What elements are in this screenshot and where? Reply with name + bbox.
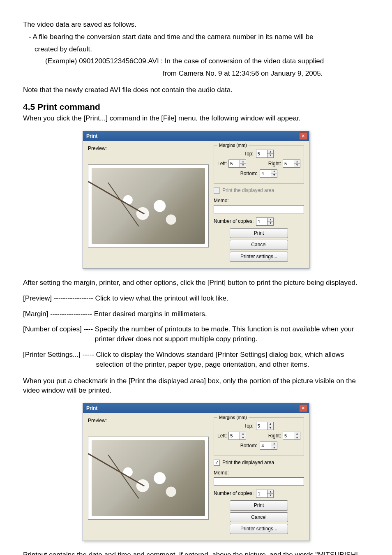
margins-legend: Margins (mm) bbox=[217, 142, 249, 148]
dialog-title: Print bbox=[86, 405, 97, 412]
intro-line-5: from Camera No. 9 at 12:34:56 on January… bbox=[23, 69, 369, 79]
dialog-title: Print bbox=[86, 133, 97, 140]
left-input[interactable] bbox=[228, 160, 240, 168]
bottom-spinner[interactable]: ▲▼ bbox=[271, 442, 277, 450]
outro-para: Printout contains the date and time and … bbox=[23, 550, 369, 555]
def-margin-body: Enter desired margins in millimeters. bbox=[94, 309, 369, 319]
titlebar: Print × bbox=[83, 131, 309, 141]
after-dialog-para: After setting the margin, printer, and o… bbox=[23, 278, 369, 288]
intro-line-3: created by default. bbox=[23, 44, 369, 54]
print-button[interactable]: Print bbox=[230, 500, 288, 511]
preview-area[interactable] bbox=[88, 437, 209, 520]
left-spinner[interactable]: ▲▼ bbox=[240, 160, 246, 168]
left-label: Left: bbox=[217, 160, 227, 167]
close-icon[interactable]: × bbox=[299, 405, 307, 412]
print-dialog: Print × Preview: Margins (mm) Top: ▲▼ bbox=[83, 131, 309, 269]
left-spinner[interactable]: ▲▼ bbox=[240, 432, 246, 440]
print-button[interactable]: Print bbox=[230, 228, 288, 238]
copies-label: Number of copies: bbox=[214, 218, 254, 225]
intro-line-1: The video data are saved as follows. bbox=[23, 20, 369, 30]
left-label: Left: bbox=[217, 432, 227, 439]
def-margin-label: [Margin] ------------------ bbox=[23, 309, 94, 319]
def-psettings-label: [Printer Settings...] ----- bbox=[23, 350, 96, 370]
bottom-label: Bottom: bbox=[240, 170, 257, 177]
print-area-checkbox[interactable]: ✓ bbox=[214, 460, 220, 466]
printer-settings-button[interactable]: Printer settings... bbox=[230, 252, 288, 262]
def-preview-label: [Preview] ----------------- bbox=[23, 294, 95, 303]
bottom-input[interactable] bbox=[260, 169, 271, 178]
top-input[interactable] bbox=[256, 422, 267, 430]
close-icon[interactable]: × bbox=[299, 132, 307, 140]
left-input[interactable] bbox=[228, 432, 240, 440]
top-label: Top: bbox=[244, 423, 254, 430]
memo-input[interactable] bbox=[214, 477, 304, 486]
def-psettings-body: Click to display the Windows standard [P… bbox=[96, 350, 369, 370]
right-input[interactable] bbox=[283, 160, 294, 168]
intro-line-4: (Example) 09012005123456C09.AVI : In the… bbox=[23, 56, 369, 66]
printer-settings-button[interactable]: Printer settings... bbox=[230, 524, 288, 534]
section-heading: 4.5 Print command bbox=[23, 101, 369, 113]
right-label: Right: bbox=[268, 160, 281, 167]
print-dialog-checked: Print × Preview: Margins (mm) Top: ▲▼ bbox=[83, 403, 309, 541]
top-input[interactable] bbox=[256, 150, 267, 158]
top-label: Top: bbox=[244, 150, 254, 157]
print-area-label: Print the displayed area bbox=[222, 187, 274, 194]
cancel-button[interactable]: Cancel bbox=[230, 512, 288, 523]
memo-input[interactable] bbox=[214, 205, 304, 213]
top-spinner[interactable]: ▲▼ bbox=[267, 150, 274, 158]
copies-spinner[interactable]: ▲▼ bbox=[267, 217, 274, 226]
bottom-label: Bottom: bbox=[240, 442, 257, 449]
memo-label: Memo: bbox=[214, 469, 304, 476]
right-input[interactable] bbox=[283, 432, 294, 440]
intro-line-2: - A file bearing the conversion start da… bbox=[23, 32, 369, 42]
top-spinner[interactable]: ▲▼ bbox=[267, 422, 274, 430]
memo-label: Memo: bbox=[214, 197, 304, 204]
def-preview-body: Click to view what the printout will loo… bbox=[95, 294, 369, 303]
check-para: When you put a checkmark in the [Print t… bbox=[23, 376, 369, 396]
right-label: Right: bbox=[268, 432, 281, 439]
margins-group: Margins (mm) Top: ▲▼ Left: ▲▼ Right: ▲▼ bbox=[214, 417, 304, 456]
def-copies-label: [Number of copies] ---- bbox=[23, 324, 95, 344]
def-copies-body: Specify the number of printouts to be ma… bbox=[95, 324, 369, 344]
bottom-spinner[interactable]: ▲▼ bbox=[271, 169, 277, 178]
section-lead: When you click the [Print...] command in… bbox=[23, 113, 369, 123]
copies-input[interactable] bbox=[256, 490, 267, 498]
copies-input[interactable] bbox=[256, 217, 267, 226]
margins-legend: Margins (mm) bbox=[217, 414, 249, 421]
bottom-input[interactable] bbox=[260, 442, 271, 450]
titlebar: Print × bbox=[83, 403, 309, 413]
preview-area[interactable] bbox=[88, 164, 209, 247]
cancel-button[interactable]: Cancel bbox=[230, 240, 288, 250]
copies-label: Number of copies: bbox=[214, 490, 254, 497]
print-area-checkbox bbox=[214, 187, 220, 194]
intro-line-6: Note that the newly created AVI file doe… bbox=[23, 85, 369, 95]
preview-label: Preview: bbox=[88, 417, 208, 424]
copies-spinner[interactable]: ▲▼ bbox=[267, 490, 274, 498]
right-spinner[interactable]: ▲▼ bbox=[294, 432, 300, 440]
print-area-label: Print the displayed area bbox=[222, 459, 274, 466]
right-spinner[interactable]: ▲▼ bbox=[294, 160, 300, 168]
preview-label: Preview: bbox=[88, 145, 208, 152]
margins-group: Margins (mm) Top: ▲▼ Left: ▲▼ Right: ▲▼ bbox=[214, 145, 304, 184]
